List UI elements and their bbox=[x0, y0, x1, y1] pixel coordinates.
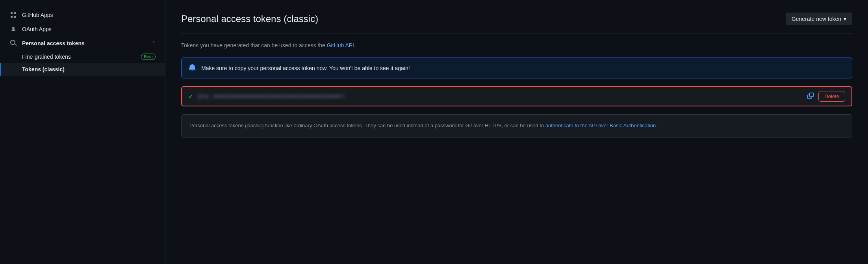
key-icon bbox=[9, 39, 17, 47]
sidebar-item-label: Fine-grained tokens bbox=[22, 54, 71, 60]
page-title: Personal access tokens (classic) bbox=[181, 13, 318, 24]
sidebar-item-label: Tokens (classic) bbox=[22, 66, 65, 73]
beta-badge: Beta bbox=[141, 54, 156, 60]
info-text-before: Personal access tokens (classic) functio… bbox=[189, 123, 545, 128]
alert-banner: Make sure to copy your personal access t… bbox=[181, 58, 852, 78]
sidebar-label-row: Fine-grained tokens Beta bbox=[22, 54, 156, 60]
delete-token-button[interactable]: Delete bbox=[818, 91, 845, 102]
svg-rect-2 bbox=[11, 16, 13, 18]
section-divider bbox=[181, 33, 852, 33]
svg-rect-3 bbox=[14, 16, 16, 18]
page-header: Personal access tokens (classic) Generat… bbox=[181, 13, 852, 25]
alert-message: Make sure to copy your personal access t… bbox=[201, 65, 410, 71]
token-row: ✓ ghp_●●●●●●●●●●●●●●●●●●●●●●●●●●●●●●●●●1… bbox=[181, 86, 852, 106]
description-text-before: Tokens you have generated that can be us… bbox=[181, 42, 327, 48]
sidebar-item-tokens-classic[interactable]: Tokens (classic) bbox=[0, 63, 165, 76]
chevron-up-icon: ⌃ bbox=[152, 41, 156, 46]
sidebar-item-fine-grained-tokens[interactable]: Fine-grained tokens Beta bbox=[0, 50, 165, 63]
sidebar-item-oauth-apps[interactable]: OAuth Apps bbox=[0, 22, 165, 36]
token-value: ghp_●●●●●●●●●●●●●●●●●●●●●●●●●●●●●●●●●1 bbox=[198, 93, 803, 99]
description-text-after: . bbox=[354, 42, 356, 48]
sidebar-label-row: Personal access tokens ⌃ bbox=[22, 40, 156, 46]
generate-new-token-button[interactable]: Generate new token ▾ bbox=[786, 13, 852, 25]
sidebar-item-label: Personal access tokens bbox=[22, 40, 85, 46]
grid-icon bbox=[9, 11, 17, 19]
sidebar-item-personal-access-tokens[interactable]: Personal access tokens ⌃ bbox=[0, 36, 165, 50]
copy-icon[interactable] bbox=[807, 93, 814, 100]
sidebar-item-github-apps[interactable]: GitHub Apps bbox=[0, 8, 165, 22]
bell-icon bbox=[189, 63, 196, 73]
svg-rect-1 bbox=[14, 12, 16, 14]
sidebar: GitHub Apps OAuth Apps Personal access t… bbox=[0, 0, 165, 264]
person-icon bbox=[9, 25, 17, 33]
svg-rect-0 bbox=[11, 12, 13, 14]
token-check-icon: ✓ bbox=[188, 93, 193, 100]
page-description: Tokens you have generated that can be us… bbox=[181, 41, 852, 50]
chevron-down-icon: ▾ bbox=[844, 16, 846, 22]
basic-auth-link[interactable]: authenticate to the API over Basic Authe… bbox=[545, 123, 656, 128]
main-content: Personal access tokens (classic) Generat… bbox=[165, 0, 868, 264]
info-text-after: . bbox=[656, 123, 657, 128]
sidebar-item-label: GitHub Apps bbox=[22, 12, 53, 18]
generate-btn-label: Generate new token bbox=[792, 16, 841, 22]
info-box: Personal access tokens (classic) functio… bbox=[181, 114, 852, 138]
sidebar-item-label: OAuth Apps bbox=[22, 26, 52, 32]
github-api-link[interactable]: GitHub API bbox=[327, 42, 354, 48]
